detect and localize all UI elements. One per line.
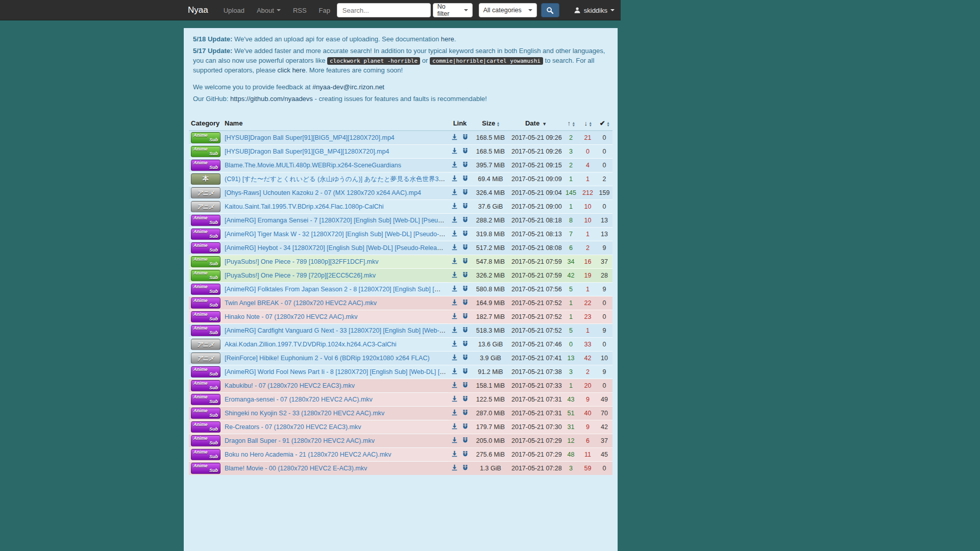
download-icon[interactable] — [451, 230, 458, 237]
torrent-name-link[interactable]: Boku no Hero Academia - 21 (1280x720 HEV… — [225, 451, 391, 458]
search-input[interactable] — [337, 3, 431, 17]
torrent-name-link[interactable]: [AnimeRG] Tiger Mask W - 32 [1280X720] [… — [225, 231, 448, 238]
search-button[interactable] — [541, 3, 559, 17]
irc-link[interactable]: #nyaa-dev@irc.rizon.net — [312, 83, 384, 91]
category-icon[interactable]: アニメ — [191, 201, 220, 212]
torrent-name-link[interactable]: [AnimeRG] Heybot - 34 [1280X720] [Englis… — [225, 244, 448, 252]
magnet-icon[interactable] — [462, 327, 469, 333]
download-icon[interactable] — [451, 285, 458, 292]
brand-link[interactable]: Nyaa — [184, 5, 212, 15]
torrent-name-link[interactable]: Dragon Ball Super - 91 (1280x720 HEVC2 A… — [225, 437, 375, 444]
magnet-icon[interactable] — [462, 450, 469, 457]
download-icon[interactable] — [451, 368, 458, 374]
category-icon[interactable]: Anime Sub — [191, 297, 220, 309]
download-icon[interactable] — [451, 258, 458, 264]
torrent-name-link[interactable]: [Ohys-Raws] Uchouten Kazoku 2 - 07 (MX 1… — [225, 189, 421, 196]
category-select[interactable]: All categories — [479, 3, 537, 17]
magnet-icon[interactable] — [462, 299, 469, 306]
magnet-icon[interactable] — [462, 271, 469, 278]
torrent-name-link[interactable]: Blame! Movie - 00 (1280x720 HEVC2 E-AC3)… — [225, 465, 367, 472]
torrent-name-link[interactable]: Eromanga-sensei - 07 (1280x720 HEVC2 AAC… — [225, 396, 373, 403]
category-icon[interactable]: Anime Sub — [191, 435, 220, 446]
torrent-name-link[interactable]: [AnimeRG] Eromanga Sensei - 7 [1280X720]… — [225, 217, 448, 224]
column-header-date[interactable]: Date▼ — [509, 116, 562, 131]
torrent-name-link[interactable]: Re-Creators - 07 (1280x720 HEVC2 EAC3).m… — [225, 423, 361, 431]
column-header-completed[interactable]: ✔ — [596, 116, 612, 131]
category-icon[interactable]: アニメ — [191, 187, 220, 198]
download-icon[interactable] — [451, 382, 458, 388]
download-icon[interactable] — [451, 203, 458, 209]
magnet-icon[interactable] — [462, 464, 469, 471]
magnet-icon[interactable] — [462, 258, 469, 264]
magnet-icon[interactable] — [462, 437, 469, 443]
torrent-name-link[interactable]: Blame.The.Movie.MULTi.480p.WEBRip.x264-S… — [225, 162, 401, 169]
category-icon[interactable]: Anime Sub — [191, 408, 220, 419]
download-icon[interactable] — [451, 409, 458, 416]
download-icon[interactable] — [451, 313, 458, 319]
magnet-icon[interactable] — [462, 244, 469, 251]
torrent-name-link[interactable]: [PuyaSubs!] One Piece - 789 [1080p][32FF… — [225, 258, 379, 265]
magnet-icon[interactable] — [462, 409, 469, 416]
category-icon[interactable]: Anime Sub — [191, 132, 220, 143]
column-header-size[interactable]: Size — [472, 116, 509, 131]
torrent-name-link[interactable]: Akai.Kodan.Zillion.1997.TV.DVDRip.1024x.… — [225, 341, 397, 348]
magnet-icon[interactable] — [462, 161, 469, 168]
magnet-icon[interactable] — [462, 368, 469, 374]
magnet-icon[interactable] — [462, 313, 469, 319]
magnet-icon[interactable] — [462, 147, 469, 154]
download-icon[interactable] — [451, 437, 458, 443]
category-icon[interactable]: Anime Sub — [191, 325, 220, 336]
download-icon[interactable] — [451, 327, 458, 333]
magnet-icon[interactable] — [462, 134, 469, 140]
category-icon[interactable]: Anime Sub — [191, 242, 220, 254]
category-icon[interactable]: 本 — [191, 173, 220, 185]
magnet-icon[interactable] — [462, 175, 469, 182]
torrent-name-link[interactable]: [AnimeRG] World Fool News Part Ii - 8 [1… — [225, 368, 448, 375]
category-icon[interactable]: アニメ — [191, 339, 220, 350]
user-menu[interactable]: skiddiks — [571, 0, 618, 20]
nav-item-upload[interactable]: Upload — [217, 0, 251, 20]
category-icon[interactable]: Anime Sub — [191, 421, 220, 433]
nav-item-rss[interactable]: RSS — [287, 0, 313, 20]
download-icon[interactable] — [451, 271, 458, 278]
torrent-name-link[interactable]: Kaitou.Saint.Tail.1995.TV.BDrip.x264.Fla… — [225, 203, 384, 210]
category-icon[interactable]: Anime Sub — [191, 215, 220, 226]
download-icon[interactable] — [451, 450, 458, 457]
download-icon[interactable] — [451, 395, 458, 402]
magnet-icon[interactable] — [462, 230, 469, 237]
operators-help-link[interactable]: click here — [278, 66, 306, 74]
download-icon[interactable] — [451, 423, 458, 430]
magnet-icon[interactable] — [462, 382, 469, 388]
category-icon[interactable]: Anime Sub — [191, 463, 220, 474]
category-icon[interactable]: Anime Sub — [191, 394, 220, 405]
magnet-icon[interactable] — [462, 354, 469, 361]
magnet-icon[interactable] — [462, 203, 469, 209]
torrent-name-link[interactable]: Twin Angel BREAK - 07 (1280x720 HEVC2 AA… — [225, 299, 377, 307]
download-icon[interactable] — [451, 189, 458, 195]
torrent-name-link[interactable]: Kabukibu! - 07 (1280x720 HEVC2 EAC3).mkv — [225, 382, 355, 389]
download-icon[interactable] — [451, 299, 458, 306]
magnet-icon[interactable] — [462, 423, 469, 430]
download-icon[interactable] — [451, 161, 458, 168]
torrent-name-link[interactable]: [ReinForce] Hibike! Euphonium 2 - Vol 6 … — [225, 355, 430, 362]
download-icon[interactable] — [451, 244, 458, 251]
category-icon[interactable]: Anime Sub — [191, 311, 220, 322]
download-icon[interactable] — [451, 134, 458, 140]
torrent-name-link[interactable]: [HYSUB]Dragon Ball Super[91][GB_MP4][128… — [225, 148, 389, 155]
download-icon[interactable] — [451, 147, 458, 154]
download-icon[interactable] — [451, 216, 458, 223]
filter-select[interactable]: No filter — [433, 3, 473, 17]
category-icon[interactable]: アニメ — [191, 353, 220, 364]
category-icon[interactable]: Anime Sub — [191, 160, 220, 171]
category-icon[interactable]: Anime Sub — [191, 256, 220, 267]
torrent-name-link[interactable]: Shingeki no Kyojin S2 - 33 (1280x720 HEV… — [225, 410, 384, 417]
nav-item-about[interactable]: About — [251, 0, 287, 20]
torrent-name-link[interactable]: [AnimeRG] Folktales From Japan Season 2 … — [225, 286, 448, 293]
magnet-icon[interactable] — [462, 189, 469, 195]
magnet-icon[interactable] — [462, 285, 469, 292]
download-icon[interactable] — [451, 354, 458, 361]
category-icon[interactable]: Anime Sub — [191, 229, 220, 240]
download-icon[interactable] — [451, 175, 458, 182]
magnet-icon[interactable] — [462, 395, 469, 402]
download-icon[interactable] — [451, 464, 458, 471]
